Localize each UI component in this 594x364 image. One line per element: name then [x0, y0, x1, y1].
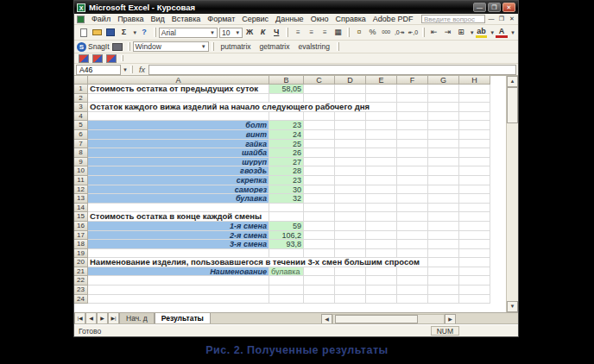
macro-icon-3[interactable]: [106, 54, 117, 63]
cell-B13[interactable]: 32: [269, 194, 304, 204]
menu-item-данные[interactable]: Данные: [272, 15, 307, 23]
vertical-scrollbar[interactable]: ▲ ▼: [506, 76, 518, 312]
cell-D21[interactable]: [335, 267, 366, 277]
row-header-17[interactable]: 17: [74, 231, 88, 241]
window-minimize-icon[interactable]: —: [487, 16, 496, 23]
cell-D18[interactable]: [335, 240, 366, 249]
cell-B18[interactable]: 93,8: [269, 240, 304, 249]
autosum-dropdown-icon[interactable]: ▼: [132, 30, 137, 35]
row-header-21[interactable]: 21: [74, 267, 88, 277]
cell-A11[interactable]: скрепка: [88, 176, 269, 185]
cell-A12[interactable]: саморез: [88, 185, 269, 195]
column-header-F[interactable]: F: [397, 76, 428, 85]
cell-C5[interactable]: [304, 121, 335, 130]
fill-color-dropdown-icon[interactable]: ▼: [490, 30, 495, 35]
save-icon[interactable]: [104, 27, 117, 38]
cell-E8[interactable]: [366, 148, 397, 158]
cell-A23[interactable]: [88, 286, 269, 295]
help-icon[interactable]: ?: [138, 27, 150, 38]
cell-A6[interactable]: винт: [88, 130, 269, 140]
row-header-14[interactable]: 14: [74, 204, 88, 213]
cell-B9[interactable]: 27: [269, 158, 304, 167]
snagit-icon[interactable]: S: [77, 42, 86, 52]
cell-H18[interactable]: [459, 240, 490, 249]
menu-item-adobe-pdf[interactable]: Adobe PDF: [370, 15, 417, 23]
cell-B6[interactable]: 24: [269, 130, 304, 140]
cell-E24[interactable]: [366, 295, 397, 304]
cell-B12[interactable]: 30: [269, 185, 304, 195]
cell-G13[interactable]: [428, 194, 459, 204]
borders-icon[interactable]: ⊞: [455, 27, 467, 38]
cell-G5[interactable]: [428, 121, 459, 130]
cell-H21[interactable]: [459, 267, 490, 277]
row-header-3[interactable]: 3: [74, 103, 88, 112]
name-box-dropdown-icon[interactable]: ▼: [123, 67, 128, 72]
row-header-1[interactable]: 1: [74, 85, 88, 94]
cell-F3[interactable]: [397, 103, 428, 112]
cell-H2[interactable]: [459, 94, 490, 104]
cell-H9[interactable]: [459, 158, 490, 167]
cell-A10[interactable]: гвоздь: [88, 166, 269, 176]
underline-button[interactable]: Ч: [270, 27, 282, 38]
cell-G20[interactable]: [428, 258, 459, 267]
matlab-button-evalstring[interactable]: evalstring: [294, 41, 334, 52]
formula-input[interactable]: [148, 65, 516, 75]
menu-item-правка[interactable]: Правка: [114, 15, 147, 23]
font-size-combo[interactable]: 10 ▼: [219, 28, 243, 38]
cell-G24[interactable]: [428, 295, 459, 304]
row-header-5[interactable]: 5: [74, 121, 88, 130]
row-header-15[interactable]: 15: [74, 212, 88, 222]
cell-E15[interactable]: [366, 212, 397, 222]
font-name-combo[interactable]: Arial ▼: [159, 28, 218, 38]
borders-dropdown-icon[interactable]: ▼: [470, 30, 475, 35]
name-box[interactable]: A46: [76, 65, 121, 75]
cell-A8[interactable]: шайба: [88, 148, 269, 158]
cell-D8[interactable]: [335, 148, 366, 158]
cell-H7[interactable]: [459, 140, 490, 149]
cell-F22[interactable]: [397, 276, 428, 286]
column-header-D[interactable]: D: [335, 76, 366, 85]
cell-A20[interactable]: Наименование изделия, пользовавшегося в …: [88, 258, 269, 267]
scroll-up-icon[interactable]: ▲: [507, 76, 518, 87]
row-header-10[interactable]: 10: [74, 166, 88, 176]
macro-icon-1[interactable]: [79, 54, 89, 63]
cell-E12[interactable]: [366, 185, 397, 195]
cell-F4[interactable]: [397, 112, 428, 122]
cell-F2[interactable]: [397, 94, 428, 104]
cell-G16[interactable]: [428, 222, 459, 231]
cell-A22[interactable]: [88, 276, 269, 286]
cell-G8[interactable]: [428, 148, 459, 158]
prev-sheet-icon[interactable]: ◀: [85, 313, 97, 324]
cell-C23[interactable]: [304, 286, 335, 295]
sheet-tab-resultaty[interactable]: Результаты: [155, 313, 211, 324]
cell-G6[interactable]: [428, 130, 459, 140]
row-header-7[interactable]: 7: [74, 140, 88, 149]
cell-G10[interactable]: [428, 166, 459, 176]
cell-D7[interactable]: [335, 140, 366, 149]
snagit-label[interactable]: SnagIt: [88, 42, 110, 51]
bold-button[interactable]: Ж: [243, 27, 256, 38]
cell-A5[interactable]: болт: [88, 121, 269, 130]
scroll-down-icon[interactable]: ▼: [507, 301, 518, 312]
menu-item-справка[interactable]: Справка: [332, 15, 370, 23]
cell-F21[interactable]: [397, 267, 428, 277]
cell-C24[interactable]: [304, 295, 335, 304]
cell-E16[interactable]: [366, 222, 397, 231]
cell-B21[interactable]: булавка: [269, 267, 304, 277]
cell-E11[interactable]: [366, 176, 397, 185]
cell-B23[interactable]: [269, 286, 304, 295]
cell-D11[interactable]: [335, 176, 366, 185]
increase-indent-icon[interactable]: ⇥: [442, 27, 454, 38]
cell-D4[interactable]: [335, 112, 366, 122]
open-icon[interactable]: [92, 27, 104, 38]
row-header-18[interactable]: 18: [74, 240, 88, 249]
menu-item-файл[interactable]: Файл: [88, 15, 114, 23]
horizontal-scrollbar[interactable]: ◀ ▶: [321, 313, 456, 324]
row-header-2[interactable]: 2: [74, 94, 88, 104]
cell-B15[interactable]: [269, 212, 304, 222]
cell-G14[interactable]: [428, 204, 459, 213]
cell-D10[interactable]: [335, 166, 366, 176]
cell-H19[interactable]: [459, 249, 490, 259]
cell-E13[interactable]: [366, 194, 397, 204]
cell-C17[interactable]: [304, 231, 335, 241]
